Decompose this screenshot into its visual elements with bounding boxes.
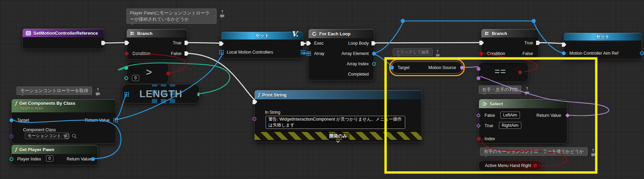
- false-label: False: [522, 51, 533, 56]
- result-pin[interactable]: [166, 71, 170, 75]
- active-menu-hand-right-node[interactable]: Active Menu Hand Right: [478, 160, 542, 171]
- component-class-dropdown[interactable]: モーションコント: [25, 132, 69, 139]
- speech-bubble-icon[interactable]: [220, 14, 224, 18]
- speech-bubble-icon[interactable]: [525, 91, 529, 95]
- player-index-label: Player Index: [17, 157, 41, 161]
- array-element-pin[interactable]: [372, 52, 376, 56]
- player-index-pin[interactable]: [10, 157, 13, 161]
- variable-row: Motion Controller Aim Ref: [564, 49, 642, 58]
- condition-pin[interactable]: [479, 52, 483, 55]
- value-out-pin[interactable]: [533, 164, 537, 168]
- set-local-motion-controllers-node[interactable]: セット Local Motion Controllers: [221, 32, 303, 58]
- pin-icon[interactable]: [436, 49, 440, 53]
- comment-use-right-hand[interactable]: 右手のモーションコントローラーを使うかどうか: [480, 147, 588, 156]
- array-in-pin[interactable]: [219, 50, 224, 55]
- comment-click-to-edit[interactable]: クリックして編集: [393, 48, 433, 56]
- true-exec-pin[interactable]: [536, 41, 541, 45]
- exec-in-pin[interactable]: [253, 100, 257, 104]
- exec-in-pin[interactable]: [219, 42, 224, 46]
- false-option-row: False LeftAim Return Value: [479, 111, 567, 120]
- pin-icon[interactable]: [525, 87, 529, 91]
- array-in-pin[interactable]: [307, 52, 311, 56]
- true-exec-pin[interactable]: [185, 41, 189, 45]
- array-index-pin[interactable]: [372, 62, 376, 66]
- array-in-pin[interactable]: [124, 92, 129, 97]
- speech-bubble-icon[interactable]: [591, 153, 596, 157]
- get-components-by-class-node[interactable]: ƒ Get Components By Class Target is Acto…: [11, 99, 116, 144]
- for-each-loop-node[interactable]: For Each Loop Exec Loop Body Array Array…: [308, 29, 374, 80]
- reroute-node-right[interactable]: [532, 19, 536, 23]
- equals-output-pin[interactable]: [518, 70, 522, 74]
- target-pin[interactable]: [10, 119, 13, 122]
- length-title: LENGTH: [139, 88, 182, 100]
- set-motion-controller-reference-node[interactable]: SetMotionControllerReference: [22, 29, 104, 49]
- array-out-pin[interactable]: [301, 50, 305, 55]
- comment-controls: [591, 148, 596, 157]
- value-out-pin[interactable]: [640, 52, 644, 55]
- return-value-pin[interactable]: [565, 113, 570, 118]
- input-b-default[interactable]: 0: [132, 75, 139, 81]
- browse-search-icon[interactable]: [71, 133, 77, 139]
- print-string-node[interactable]: ƒ Print String In String 警告: WidgetInter…: [254, 90, 422, 142]
- pin-icon[interactable]: [591, 148, 595, 153]
- exec-in-pin[interactable]: [479, 41, 484, 45]
- exec-in-pin[interactable]: [125, 41, 129, 45]
- get-player-pawn-node[interactable]: ƒ Get Player Pawn Player Index 0 Return …: [11, 145, 98, 165]
- in-string-pin[interactable]: [253, 117, 256, 121]
- speech-bubble-icon[interactable]: [96, 92, 100, 96]
- motion-source-row: Target Motion Source: [392, 62, 462, 73]
- condition-pin[interactable]: [125, 52, 129, 55]
- condition-false-row: Condition False: [481, 48, 538, 59]
- equals-node[interactable]: ==: [478, 62, 529, 82]
- reroute-node-left[interactable]: [401, 19, 405, 23]
- branch-node-2[interactable]: Branch True Condition False: [481, 29, 539, 60]
- exec-in-pin[interactable]: [307, 41, 311, 46]
- branch-node-1[interactable]: Branch True Condition False: [126, 29, 187, 60]
- node-header: セット: [221, 32, 303, 40]
- in-string-input[interactable]: 警告: WidgetInteractionComponent が見つかりません。…: [266, 116, 405, 129]
- function-icon: ƒ: [15, 147, 17, 152]
- node-title: Get Player Pawn: [19, 147, 54, 152]
- node-header: ƒ Get Player Pawn: [12, 145, 98, 154]
- comment-get-motion-controllers[interactable]: モーションコントローラーを取得: [16, 87, 92, 95]
- equals-input-b-pin[interactable]: [477, 76, 480, 80]
- false-exec-pin[interactable]: [185, 51, 189, 56]
- expand-advanced-chevron-icon[interactable]: [336, 139, 340, 143]
- true-value-input[interactable]: RightAim: [499, 122, 521, 129]
- player-index-input[interactable]: 0: [46, 155, 53, 161]
- dropdown-value: モーションコント: [27, 133, 61, 138]
- motion-source-pin[interactable]: [460, 66, 464, 69]
- return-value-pin[interactable]: [91, 157, 95, 161]
- pin-icon[interactable]: [96, 88, 100, 92]
- equals-input-a-pin[interactable]: [477, 67, 480, 71]
- length-out-pin[interactable]: [197, 92, 200, 96]
- component-class-pin[interactable]: [10, 135, 13, 138]
- input-b-pin[interactable]: [124, 76, 128, 80]
- exec-out-pin[interactable]: [101, 41, 106, 45]
- pin-icon[interactable]: [220, 10, 224, 14]
- value-in-pin[interactable]: [562, 52, 566, 55]
- input-a-pin[interactable]: [124, 66, 128, 70]
- variable-label: Local Motion Controllers: [227, 50, 273, 55]
- blueprint-graph-canvas[interactable]: SetMotionControllerReference Player Pawn…: [0, 0, 644, 179]
- exec-out-pin[interactable]: [301, 42, 305, 46]
- target-pin[interactable]: [390, 66, 394, 69]
- return-array-pin[interactable]: [113, 118, 118, 123]
- greater-than-node[interactable]: 0 >: [126, 62, 169, 84]
- development-only-strip: 開発のみ: [255, 132, 422, 140]
- comment-player-pawn[interactable]: Player Pawnにモーションコントローラーが接続されているかどうか: [126, 9, 216, 24]
- true-diamond-pin[interactable]: [476, 124, 481, 128]
- loop-body-exec-pin[interactable]: [371, 41, 376, 46]
- exec-in-pin[interactable]: [562, 43, 566, 47]
- loop-icon: [312, 31, 317, 36]
- set-motion-controller-aim-ref-node[interactable]: セット Motion Controller Aim Ref: [564, 33, 642, 59]
- comment-hand-judge[interactable]: 右手・左手の判定: [479, 86, 521, 94]
- array-length-node[interactable]: LENGTH: [122, 84, 200, 103]
- index-pin[interactable]: [477, 137, 481, 141]
- false-value-input[interactable]: LeftAim: [500, 112, 520, 119]
- select-node[interactable]: Select False LeftAim Return Value True R…: [479, 99, 567, 144]
- use-selected-asset-icon[interactable]: [64, 133, 70, 139]
- speech-bubble-icon[interactable]: [436, 54, 440, 57]
- false-diamond-pin[interactable]: [476, 113, 481, 118]
- get-motion-source-node[interactable]: Target Motion Source: [392, 61, 462, 74]
